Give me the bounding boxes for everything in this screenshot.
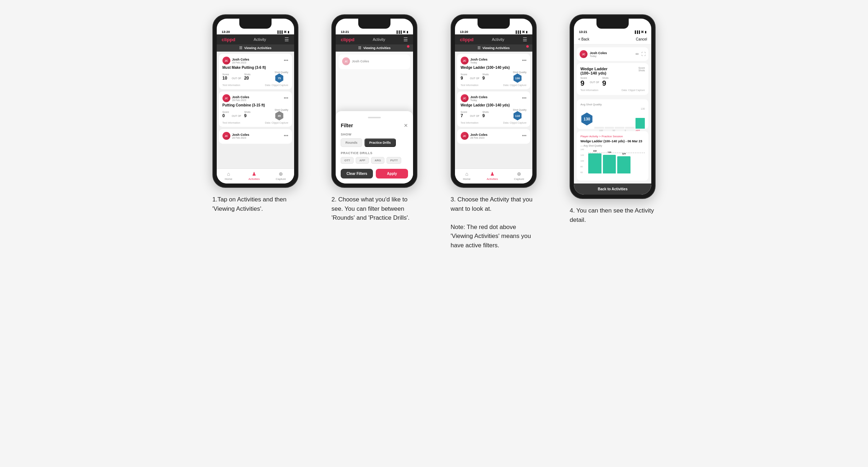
back-to-activities-btn-4[interactable]: Back to Activities — [574, 184, 651, 195]
cancel-link-4[interactable]: Cancel — [636, 37, 647, 41]
nav-activities-3[interactable]: ♟ Activities — [486, 171, 498, 181]
filter-actions-2: Clear Filters Apply — [341, 169, 408, 178]
phone-1-wrapper: 13:20 ▐▐▐ ⌘ ▮ clippd Activity ☰ — [212, 14, 298, 188]
show-label-2: Show — [341, 133, 408, 136]
user-row-1-1: JC Josh Coles 28 Feb 2023 — [222, 57, 249, 65]
main-stat-card-4: Wedge Ladder(100–140 yds) Score Shots Sc… — [577, 63, 648, 95]
phone-4: 13:21 ▐▐▐ ⌘ ▮ < Back Cancel — [570, 14, 656, 199]
pill-putt-2[interactable]: PUTT — [387, 157, 401, 164]
nav-activities-1[interactable]: ♟ Activities — [248, 171, 260, 181]
activity-card-1-2[interactable]: JC Josh Coles 28 Feb 2023 ••• Putting Co… — [219, 91, 292, 127]
stat-out-1-1: OUT OF — [232, 75, 241, 80]
battery-icon-1: ▮ — [288, 30, 289, 34]
phone-2-wrapper: 13:21 ▐▐▐ ⌘ ▮ clippd Activity ☰ ☷ — [331, 14, 417, 188]
phone-3-inner: 13:20 ▐▐▐ ⌘ ▮ clippd Activity ☰ ☷ — [455, 19, 532, 184]
stat-score-1-1: Score 10 — [222, 73, 229, 81]
shots-val-1-1: 20 — [244, 76, 250, 81]
status-icons-1: ▐▐▐ ⌘ ▮ — [277, 30, 289, 34]
bar-1-4: 132 — [588, 153, 601, 173]
step-3-col: 13:20 ▐▐▐ ⌘ ▮ clippd Activity ☰ ☷ — [440, 14, 548, 250]
phone-1-notch — [239, 19, 272, 29]
quality-badge-1-1: 75 — [275, 73, 284, 83]
expand-icon-4[interactable]: ⛶ — [641, 52, 646, 57]
logo-2: clippd — [341, 37, 354, 42]
score-label-1-1: Score — [222, 73, 229, 76]
out-label-1-1 — [232, 75, 241, 77]
phone-2-notch — [358, 19, 390, 29]
out-val-1-1: OUT OF — [232, 77, 241, 80]
filter-bar-3[interactable]: ☷ Viewing Activities — [455, 44, 532, 52]
nav-title-1: Activity — [254, 37, 266, 42]
menu-icon-2[interactable]: ☰ — [403, 37, 408, 42]
red-dot-3 — [526, 45, 529, 48]
stat-score-1-2: Score 0 — [222, 111, 229, 118]
app-nav-1: clippd Activity ☰ — [217, 34, 294, 44]
clear-filters-btn-2[interactable]: Clear Filters — [341, 169, 373, 178]
activities-icon-1: ♟ — [252, 171, 256, 177]
signal-icon-1: ▐▐▐ — [277, 30, 283, 34]
nav-home-1[interactable]: ⌂ Home — [225, 171, 232, 181]
activity-feed-3: JC Josh Coles Today ••• Wedge Ladder (10… — [455, 52, 532, 168]
user-card-4: JC Josh Coles Today ✏ ⛶ — [577, 47, 648, 61]
dashed-line-4 — [588, 153, 645, 153]
info-right-1-1: Data: Clippd Capture — [265, 84, 288, 86]
nav-home-3[interactable]: ⌂ Home — [463, 171, 470, 181]
activities-icon-3: ♟ — [490, 171, 495, 177]
capture-label-1: Capture — [276, 177, 286, 181]
caption-2: 2. Choose what you'd like to see. You ca… — [331, 195, 417, 223]
home-icon-1: ⌂ — [227, 171, 230, 177]
phone-4-notch — [596, 19, 629, 29]
pill-rounds-2[interactable]: Rounds — [341, 138, 362, 147]
pill-app-2[interactable]: APP — [356, 157, 369, 164]
avg-quality-card-4: Avg Shot Quality 130 130 — [577, 99, 648, 129]
filter-icon-1: ☷ — [239, 46, 242, 50]
quality-hex-4: 130 — [580, 113, 593, 125]
sub-pill-group-2: OTT APP ARG PUTT — [341, 157, 408, 164]
filter-bar-2[interactable]: ☷ Viewing Activities — [336, 44, 413, 52]
pill-practice-2[interactable]: Practice Drills — [364, 138, 396, 147]
menu-icon-3[interactable]: ☰ — [523, 37, 527, 42]
logo-1: clippd — [222, 37, 235, 42]
activity-card-3-1[interactable]: JC Josh Coles Today ••• Wedge Ladder (10… — [457, 54, 530, 89]
status-time-1: 13:20 — [222, 30, 230, 34]
page-container: 13:20 ▐▐▐ ⌘ ▮ clippd Activity ☰ — [201, 14, 667, 250]
user-date-1-2: 28 Feb 2023 — [232, 99, 249, 101]
phone-2: 13:21 ▐▐▐ ⌘ ▮ clippd Activity ☰ ☷ — [331, 14, 417, 188]
nav-capture-3[interactable]: ⊕ Capture — [514, 171, 524, 181]
menu-icon-1[interactable]: ☰ — [284, 37, 289, 42]
wifi-icon-1: ⌘ — [284, 30, 287, 34]
filter-modal-2[interactable]: Filter ✕ Show Rounds Practice Drills Pra… — [336, 111, 413, 184]
info-row-1-1: Test Information Data: Clippd Capture — [222, 84, 288, 86]
activity-card-1-1[interactable]: JC Josh Coles 28 Feb 2023 ••• Must Make … — [219, 54, 292, 89]
nav-capture-1[interactable]: ⊕ Capture — [276, 171, 286, 181]
edit-icon-4[interactable]: ✏ — [636, 52, 639, 57]
pill-arg-2[interactable]: ARG — [371, 157, 385, 164]
card-header-1-2: JC Josh Coles 28 Feb 2023 ••• — [222, 94, 288, 102]
close-btn-2[interactable]: ✕ — [404, 123, 408, 128]
phone-4-inner: 13:21 ▐▐▐ ⌘ ▮ < Back Cancel — [574, 19, 651, 195]
bottom-nav-3: ⌂ Home ♟ Activities ⊕ Capture — [455, 168, 532, 184]
nav-title-2: Activity — [373, 37, 385, 42]
capture-icon-1: ⊕ — [279, 171, 283, 177]
filter-label-3: Viewing Activities — [483, 46, 510, 50]
filter-bar-1[interactable]: ☷ Viewing Activities — [217, 44, 294, 52]
user-info-1-2: Josh Coles 28 Feb 2023 — [232, 95, 249, 101]
dots-menu-1-2[interactable]: ••• — [284, 96, 288, 101]
apply-btn-2[interactable]: Apply — [376, 169, 408, 178]
step-1-col: 13:20 ▐▐▐ ⌘ ▮ clippd Activity ☰ — [201, 14, 310, 250]
dots-menu-1-1[interactable]: ••• — [284, 58, 288, 63]
activity-card-3-3[interactable]: JC Josh Coles 28 Feb 2023 ••• — [457, 129, 530, 144]
activity-card-1-3[interactable]: JC Josh Coles 28 Feb 2023 ••• — [219, 129, 292, 144]
pill-ott-2[interactable]: OTT — [341, 157, 354, 164]
phone-3-wrapper: 13:20 ▐▐▐ ⌘ ▮ clippd Activity ☰ ☷ — [451, 14, 537, 188]
bar-2-4: 129 — [603, 155, 616, 174]
avatar-4: JC — [580, 50, 588, 58]
phone-4-wrapper: 13:21 ▐▐▐ ⌘ ▮ < Back Cancel — [570, 14, 656, 199]
avatar-1-2: JC — [222, 94, 230, 102]
back-link-4[interactable]: < Back — [578, 37, 589, 41]
modal-handle-2 — [368, 117, 381, 118]
status-bar-3: 13:20 ▐▐▐ ⌘ ▮ — [455, 29, 532, 34]
shots-label-1-1: Shots — [244, 73, 250, 76]
activity-card-3-2[interactable]: JC Josh Coles Today ••• Wedge Ladder (10… — [457, 91, 530, 127]
user-name-1-1: Josh Coles — [232, 58, 249, 61]
